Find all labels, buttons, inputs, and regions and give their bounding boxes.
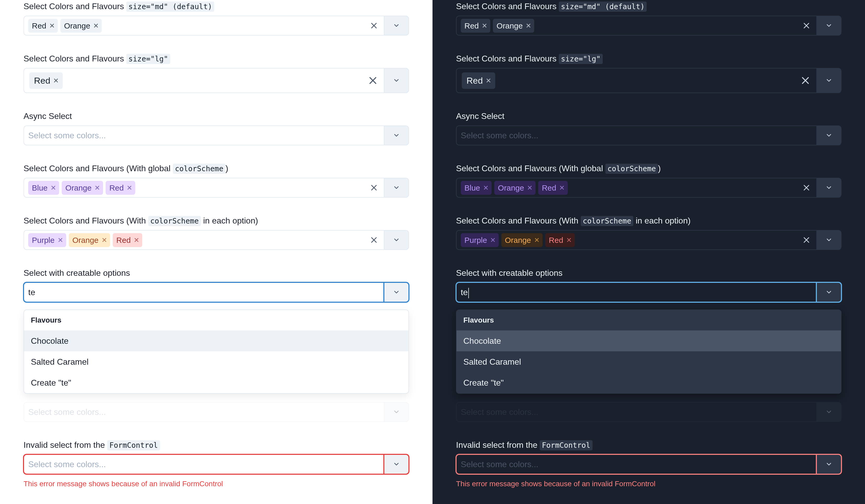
chevron-down-icon xyxy=(393,78,400,84)
dropdown-toggle[interactable] xyxy=(816,126,841,145)
select-control-async[interactable]: Select some colors... xyxy=(456,126,816,145)
dropdown-toggle[interactable] xyxy=(384,402,409,422)
remove-tag-icon[interactable] xyxy=(525,23,532,29)
dropdown-toggle[interactable] xyxy=(816,230,841,250)
remove-tag-icon[interactable] xyxy=(527,185,533,191)
select-control-creatable[interactable]: te xyxy=(456,282,816,302)
label-lg: Select Colors and Flavours size="lg" xyxy=(24,52,409,65)
label-creatable: Select with creatable options xyxy=(456,267,841,279)
code-badge: colorScheme xyxy=(581,216,633,226)
tag-red: Red xyxy=(106,181,135,195)
tag-orange: Orange xyxy=(494,181,535,195)
remove-tag-icon[interactable] xyxy=(566,237,572,243)
field-invalid: Invalid select from the FormControl Sele… xyxy=(24,439,409,489)
select-control-peroption[interactable]: Purple Orange Red xyxy=(24,230,384,250)
select-control-peroption[interactable]: Purple Orange Red xyxy=(456,230,816,250)
code-badge: size="lg" xyxy=(559,54,603,64)
dropdown-toggle[interactable] xyxy=(384,282,409,302)
code-badge: size="md" (default) xyxy=(126,2,214,12)
menu-option[interactable]: Salted Caramel xyxy=(24,351,408,372)
tag-red: Red xyxy=(28,19,58,33)
ghost-select-below: Select some colors... xyxy=(24,402,409,422)
select-control-creatable[interactable]: te xyxy=(24,282,384,302)
error-message: This error message shows because of an i… xyxy=(456,478,841,489)
remove-tag-icon[interactable] xyxy=(534,237,540,243)
menu-option[interactable]: Chocolate xyxy=(24,330,408,351)
select-control-invalid[interactable]: Select some colors... xyxy=(24,454,384,474)
select-control-async[interactable]: Select some colors... xyxy=(24,126,384,145)
dropdown-toggle[interactable] xyxy=(816,16,841,36)
dropdown-toggle[interactable] xyxy=(384,68,409,93)
tag-blue: Blue xyxy=(461,181,492,195)
ghost-select-below: Select some colors... xyxy=(456,402,841,422)
select-control-md[interactable]: Red Orange xyxy=(456,16,816,36)
menu-group-label: Flavours xyxy=(24,310,408,330)
clear-all-icon[interactable] xyxy=(801,234,812,246)
dropdown-menu: Flavours Chocolate Salted Caramel Create… xyxy=(24,309,409,394)
label-global-scheme: Select Colors and Flavours (With global … xyxy=(24,162,409,175)
remove-tag-icon[interactable] xyxy=(483,185,489,191)
label-creatable: Select with creatable options xyxy=(24,267,409,279)
dropdown-toggle[interactable] xyxy=(816,68,841,93)
creatable-input[interactable]: te xyxy=(28,286,35,298)
remove-tag-icon[interactable] xyxy=(101,237,107,243)
dropdown-toggle[interactable] xyxy=(816,454,841,474)
menu-option[interactable]: Salted Caramel xyxy=(457,351,841,372)
remove-tag-icon[interactable] xyxy=(94,185,101,191)
dark-panel: Select Colors and Flavours size="md" (de… xyxy=(432,0,865,504)
clear-all-icon[interactable] xyxy=(800,75,811,86)
tag-red: Red xyxy=(462,72,495,89)
dropdown-toggle[interactable] xyxy=(816,178,841,198)
dropdown-toggle[interactable] xyxy=(384,126,409,145)
dropdown-toggle[interactable] xyxy=(384,16,409,36)
chevron-down-icon xyxy=(826,289,832,295)
menu-option[interactable]: Create "te" xyxy=(24,372,408,393)
tag-orange: Orange xyxy=(493,19,534,33)
select-control-ghost[interactable]: Select some colors... xyxy=(24,402,384,422)
select-control-ghost[interactable]: Select some colors... xyxy=(456,402,816,422)
remove-tag-icon[interactable] xyxy=(126,185,132,191)
clear-all-icon[interactable] xyxy=(368,182,380,194)
menu-option[interactable]: Create "te" xyxy=(457,372,841,393)
remove-tag-icon[interactable] xyxy=(49,23,55,29)
field-lg: Select Colors and Flavours size="lg" Red xyxy=(456,52,841,93)
select-control-lg[interactable]: Red xyxy=(24,68,384,93)
chevron-down-icon xyxy=(826,23,832,29)
select-control-md[interactable]: Red Orange xyxy=(24,16,384,36)
menu-option[interactable]: Chocolate xyxy=(457,330,841,351)
select-control-lg[interactable]: Red xyxy=(456,68,816,93)
code-badge: colorScheme xyxy=(148,216,201,226)
clear-all-icon[interactable] xyxy=(801,20,812,31)
dropdown-toggle[interactable] xyxy=(816,402,841,422)
field-async: Async Select Select some colors... xyxy=(456,110,841,145)
dropdown-toggle[interactable] xyxy=(384,230,409,250)
clear-all-icon[interactable] xyxy=(368,20,380,31)
remove-tag-icon[interactable] xyxy=(50,185,57,191)
label-lg: Select Colors and Flavours size="lg" xyxy=(456,52,841,65)
select-control-invalid[interactable]: Select some colors... xyxy=(456,454,816,474)
remove-tag-icon[interactable] xyxy=(490,237,496,243)
code-badge: colorScheme xyxy=(173,164,226,174)
remove-tag-icon[interactable] xyxy=(57,237,64,243)
tag-orange: Orange xyxy=(69,233,110,247)
remove-tag-icon[interactable] xyxy=(93,23,99,29)
clear-all-icon[interactable] xyxy=(367,75,379,86)
remove-tag-icon[interactable] xyxy=(481,23,488,29)
remove-tag-icon[interactable] xyxy=(53,78,59,84)
dropdown-toggle[interactable] xyxy=(816,282,841,302)
remove-tag-icon[interactable] xyxy=(559,185,565,191)
clear-all-icon[interactable] xyxy=(368,234,380,246)
remove-tag-icon[interactable] xyxy=(485,78,492,84)
remove-tag-icon[interactable] xyxy=(134,237,140,243)
chevron-down-icon xyxy=(393,409,400,415)
dropdown-toggle[interactable] xyxy=(384,178,409,198)
label-global-scheme: Select Colors and Flavours (With global … xyxy=(456,162,841,175)
field-lg: Select Colors and Flavours size="lg" Red xyxy=(24,52,409,93)
field-creatable: Select with creatable options te Flavour… xyxy=(24,267,409,422)
select-control-globalscheme[interactable]: Blue Orange Red xyxy=(456,178,816,198)
clear-all-icon[interactable] xyxy=(801,182,812,194)
chevron-down-icon xyxy=(393,289,400,295)
dropdown-toggle[interactable] xyxy=(384,454,409,474)
select-control-globalscheme[interactable]: Blue Orange Red xyxy=(24,178,384,198)
creatable-input[interactable]: te xyxy=(461,286,469,298)
